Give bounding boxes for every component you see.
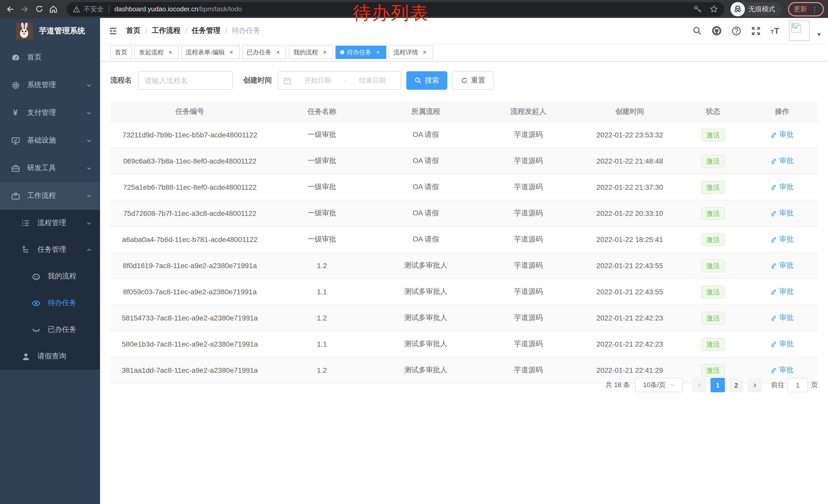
question-circle-icon <box>732 26 741 36</box>
sidebar-menu: 首页 系统管理 ¥ 支付管理 基础设施 <box>0 44 100 370</box>
table-row: a6aba0a4-7b6d-11ec-b781-acde48001122 一级审… <box>110 226 818 253</box>
breadcrumb-item-home[interactable]: 首页 <box>126 26 140 35</box>
cell-initiator: 芋道源码 <box>477 331 580 357</box>
suitcase-icon <box>11 191 20 200</box>
bookmark-star-icon[interactable] <box>709 5 718 13</box>
cell-created-time: 2022-01-22 20:33:10 <box>580 200 680 226</box>
fullscreen-button[interactable] <box>751 26 761 36</box>
range-separator: - <box>344 77 346 84</box>
sidebar-item-done-tasks[interactable]: 已办任务 <box>0 316 100 343</box>
sidebar-item-task-management[interactable]: 任务管理 <box>0 236 100 263</box>
chevron-down-icon <box>670 382 675 387</box>
prev-page-button[interactable] <box>692 378 706 392</box>
tab[interactable]: 首页 <box>110 46 132 59</box>
avatar[interactable] <box>789 20 810 41</box>
browser-forward-button[interactable] <box>17 2 32 16</box>
approve-link[interactable]: 审批 <box>771 156 794 166</box>
header-search-button[interactable] <box>693 26 702 35</box>
app-logo-row[interactable]: 芋道管理系统 <box>0 18 100 44</box>
tab-close-icon[interactable]: × <box>421 49 428 56</box>
goto-page-input[interactable] <box>787 378 808 392</box>
cell-process: 测试多审批人 <box>374 357 477 383</box>
sidebar-item-payment[interactable]: ¥ 支付管理 <box>0 99 100 127</box>
security-label[interactable]: 不安全 <box>84 4 104 13</box>
page-button-1[interactable]: 1 <box>710 378 725 392</box>
reset-button[interactable]: 重置 <box>452 71 494 90</box>
cell-actions: 审批 <box>746 174 818 200</box>
sidebar-item-devtools[interactable]: 研发工具 <box>0 154 100 182</box>
cell-process: OA 请假 <box>374 122 477 148</box>
cell-actions: 审批 <box>746 226 818 253</box>
total-count: 共 16 条 <box>606 380 630 390</box>
approve-link[interactable]: 审批 <box>771 130 794 139</box>
tab[interactable]: 流程表单-编辑 × <box>181 46 240 59</box>
chevron-down-icon <box>86 110 92 116</box>
browser-back-button[interactable] <box>3 2 17 16</box>
sidebar-item-todo-tasks[interactable]: 待办任务 <box>0 290 100 316</box>
tab-close-icon[interactable]: × <box>228 49 235 56</box>
tab-close-icon[interactable]: × <box>275 49 282 56</box>
cell-initiator: 芋道源码 <box>477 174 580 200</box>
forward-icon <box>20 4 29 13</box>
sidebar-item-infrastructure[interactable]: 基础设施 <box>0 127 100 154</box>
chevron-up-icon <box>86 193 92 199</box>
process-name-input[interactable] <box>138 71 233 90</box>
password-key-icon[interactable] <box>694 5 702 13</box>
approve-link[interactable]: 审批 <box>771 209 794 218</box>
tab[interactable]: 发起流程 × <box>134 46 178 59</box>
sidebar-item-workflow[interactable]: 工作流程 <box>0 182 100 210</box>
github-link[interactable] <box>711 26 722 36</box>
approve-link[interactable]: 审批 <box>771 235 794 244</box>
breadcrumb-item-workflow[interactable]: 工作流程 <box>152 26 180 35</box>
cell-process: OA 请假 <box>374 174 477 200</box>
tab-close-icon[interactable]: × <box>374 49 382 56</box>
sidebar-item-process-management[interactable]: 流程管理 <box>0 210 100 236</box>
sidebar-collapse-button[interactable] <box>100 18 126 44</box>
font-size-button[interactable]: TT <box>771 27 779 35</box>
cell-task-id: 8f059c03-7ac8-11ec-a9e2-a2380e71991a <box>110 279 269 305</box>
app-title: 芋道管理系统 <box>39 26 85 36</box>
tab-close-icon[interactable]: × <box>167 49 174 56</box>
cell-task-name: 一级审批 <box>269 174 374 200</box>
status-badge: 激活 <box>701 181 725 193</box>
date-range-picker[interactable]: 开始日期 - 结束日期 <box>278 71 401 90</box>
sidebar-item-home[interactable]: 首页 <box>0 44 100 71</box>
tab-close-icon[interactable]: × <box>321 49 328 56</box>
url-path: /bpm/task/todo <box>198 5 242 13</box>
tab[interactable]: 我的流程 × <box>289 46 333 59</box>
page-size-select[interactable]: 10条/页 <box>635 378 683 392</box>
sidebar-item-system[interactable]: 系统管理 <box>0 71 100 99</box>
approve-link[interactable]: 审批 <box>771 313 794 322</box>
table-header-row: 任务编号 任务名称 所属流程 流程发起人 创建时间 状态 操作 <box>110 101 818 122</box>
not-secure-warning-icon <box>73 5 80 12</box>
tab-label: 待办任务 <box>347 48 371 57</box>
cell-initiator: 芋道源码 <box>477 200 580 226</box>
chevron-down-icon <box>86 82 92 88</box>
breadcrumb-item-task-management[interactable]: 任务管理 <box>192 26 220 35</box>
approve-link[interactable]: 审批 <box>771 261 794 270</box>
search-button[interactable]: 搜索 <box>406 71 447 90</box>
sidebar-item-leave-query[interactable]: 请假查询 <box>0 343 100 370</box>
approve-link[interactable]: 审批 <box>771 287 794 296</box>
next-page-button[interactable] <box>747 378 762 392</box>
help-button[interactable] <box>732 26 741 36</box>
tab[interactable]: 待办任务 × <box>335 46 386 59</box>
approve-label: 审批 <box>779 235 794 244</box>
workflow-submenu: 流程管理 任务管理 我的流程 <box>0 210 100 370</box>
calendar-icon <box>284 77 291 84</box>
browser-menu-icon[interactable]: ⋮ <box>811 5 818 13</box>
avatar-caret-icon[interactable]: ▼ <box>816 31 822 37</box>
approve-link[interactable]: 审批 <box>771 183 794 192</box>
tab[interactable]: 已办任务 × <box>242 46 286 59</box>
page-button-2[interactable]: 2 <box>729 378 743 392</box>
cell-created-time: 2022-01-21 22:42:23 <box>580 305 680 331</box>
sidebar-item-my-process[interactable]: 我的流程 <box>0 263 100 290</box>
back-icon <box>6 4 15 13</box>
browser-update-button[interactable]: 更新 ⋮ <box>788 2 824 16</box>
cell-initiator: 芋道源码 <box>477 357 580 383</box>
approve-link[interactable]: 审批 <box>771 339 794 349</box>
browser-home-button[interactable] <box>46 2 60 16</box>
tab[interactable]: 流程详情 × <box>389 46 433 59</box>
browser-reload-button[interactable] <box>32 2 46 16</box>
approve-link[interactable]: 审批 <box>771 366 794 375</box>
